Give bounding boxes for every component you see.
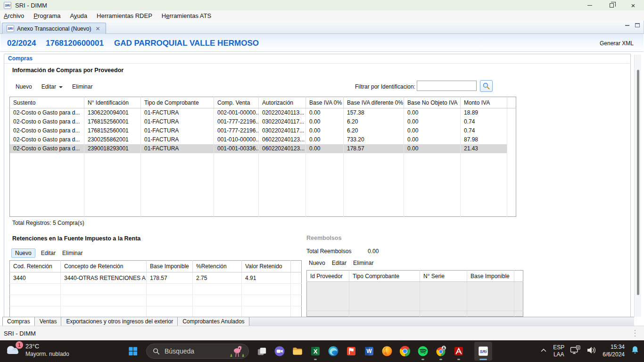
tab-compras[interactable]: Compras [2,317,35,326]
table-row[interactable]: 02-Costo o Gasto para d...23900182930010… [10,144,516,153]
svg-text:X: X [314,348,318,355]
tray-notifications-button[interactable] [630,345,640,357]
ruc: 1768120600001 [46,39,104,48]
table-row[interactable]: 3440 3440-OTRAS RETENCIONES A... 178.57 … [10,272,302,284]
search-placeholder: Búsqueda [165,347,194,355]
ret-editar-button[interactable]: Editar [40,248,57,258]
reemb-editar-button[interactable]: Editar [332,260,347,266]
column-header[interactable]: Base Imponible [467,271,514,282]
taskbar-acrobat-button[interactable] [450,342,468,361]
taskbar-nitro-pdf-button[interactable] [342,342,360,361]
reemb-nuevo-button[interactable]: Nuevo [309,260,325,266]
tray-language-indicator[interactable]: ESP LAA [553,344,564,358]
table-row[interactable]: 02-Costo o Gasto para d...17681525600010… [10,126,516,135]
scrollbar-thumb[interactable] [637,70,639,295]
cell: 030220240117... [259,117,306,126]
column-header[interactable]: Base IVA 0% [306,97,344,108]
column-header[interactable]: Base IVA diferente 0% [344,97,404,108]
column-header[interactable]: Monto IVA [461,97,507,108]
column-header[interactable]: Id Proveedor [307,271,349,282]
column-header[interactable]: Tipo Comprobante [349,271,420,282]
taskbar-chrome-profile-button[interactable] [432,342,450,361]
cell: 02-Costo o Gasto para d... [10,126,84,135]
editar-button[interactable]: Editar [41,83,63,90]
menu-ayuda[interactable]: Ayuda [65,11,92,21]
taskbar-edge-button[interactable] [324,342,342,361]
ret-eliminar-button[interactable]: Eliminar [61,248,83,258]
tab-close-icon[interactable]: ✕ [94,25,101,32]
taskbar-file-explorer-button[interactable] [289,342,306,361]
vertical-scrollbar[interactable] [634,55,641,317]
taskbar-task-view-button[interactable] [253,342,271,361]
table-row[interactable]: 02-Costo o Gasto para d...23002558620010… [10,135,516,144]
weather-temperature: 23°C [25,343,69,351]
filter-input[interactable] [417,81,477,91]
editar-dropdown-icon[interactable] [59,86,63,88]
tab-anexo-transaccional[interactable]: SRi Anexo Transaccional (Nuevo) ✕ [2,23,106,34]
column-header[interactable]: Base Imponible [147,261,193,272]
language-code: ESP [553,344,564,351]
close-button[interactable]: × [622,0,644,10]
column-header[interactable]: Tipo de Comprobante [141,97,214,108]
cell: 87.98 [461,135,507,144]
column-header[interactable]: Cod. Retención [10,261,61,272]
taskbar: 1 23°C Mayorm. nublado Búsqueda X [0,340,644,362]
column-header[interactable]: Sustento [10,97,84,108]
generar-xml-button[interactable]: Generar XML [600,40,634,47]
table-fill-area [10,153,516,217]
cell: 020220240113... [259,108,306,117]
column-header-filler [291,261,302,272]
table-row[interactable]: 02-Costo o Gasto para d...13062200940010… [10,108,516,117]
tray-clock[interactable]: 15:34 6/6/2024 [603,344,625,358]
menu-programa[interactable]: Programa [29,11,65,21]
menu-archivo[interactable]: Archivo [0,11,29,21]
start-button[interactable] [124,342,142,361]
tab-exportaciones[interactable]: Exportaciones y otros ingresos del exter… [61,317,178,326]
reemb-eliminar-button[interactable]: Eliminar [353,260,373,266]
restore-button[interactable] [601,0,622,10]
column-header[interactable]: Concepto de Retención [61,261,147,272]
tray-expand-button[interactable] [539,346,548,356]
view-minimize-icon[interactable] [625,25,629,26]
taskbar-firefox-button[interactable] [378,342,396,361]
taskbar-spotify-button[interactable] [414,342,432,361]
tray-network-button[interactable] [570,345,581,357]
column-header[interactable]: %Retención [193,261,242,272]
column-header[interactable]: Valor Retenido [242,261,291,272]
empty-row [10,295,302,306]
taskbar-excel-button[interactable]: X [306,342,324,361]
weather-cloud-icon: 1 [5,343,22,357]
menu-label: Herramientas ATS [162,12,211,19]
cell-filler [507,117,516,126]
filter-search-button[interactable] [480,80,493,92]
column-header[interactable]: Base No Objeto IVA [404,97,461,108]
taskbar-chat-button[interactable] [271,342,289,361]
column-header[interactable]: Autorización [259,97,306,108]
minimize-button[interactable] [579,0,601,10]
tray-volume-button[interactable] [586,345,597,357]
statusbar-grip[interactable] [634,329,636,337]
cell: 01-FACTURA [141,135,214,144]
menu-herramientas-ats[interactable]: Herramientas ATS [157,11,216,21]
column-header[interactable]: Comp. Venta [214,97,259,108]
taskbar-search-input[interactable]: Búsqueda [146,344,249,359]
tab-ventas[interactable]: Ventas [35,317,62,326]
cell: 0.74 [461,126,507,135]
weather-widget[interactable]: 1 23°C Mayorm. nublado [5,343,69,357]
table-row[interactable]: 02-Costo o Gasto para d...17681525600010… [10,117,516,126]
file-explorer-icon [292,346,303,357]
taskbar-word-button[interactable]: W [360,342,378,361]
column-header[interactable]: N° Identificación [84,97,141,108]
tab-comprobantes-anulados[interactable]: Comprobantes Anulados [178,317,249,326]
view-maximize-icon[interactable] [635,23,640,27]
cell: 18.89 [461,108,507,117]
nuevo-button[interactable]: Nuevo [16,83,32,90]
editar-label: Editar [41,83,56,90]
menu-herramientas-rdep[interactable]: Herramientas RDEP [92,11,157,21]
tab-label: Anexo Transaccional (Nuevo) [17,25,91,32]
taskbar-chrome-button[interactable] [396,342,414,361]
ret-nuevo-button[interactable]: Nuevo [11,248,35,258]
column-header[interactable]: N° Serie [420,271,467,282]
eliminar-button[interactable]: Eliminar [72,83,92,90]
taskbar-sri-dimm-button[interactable]: SRi [474,342,492,361]
